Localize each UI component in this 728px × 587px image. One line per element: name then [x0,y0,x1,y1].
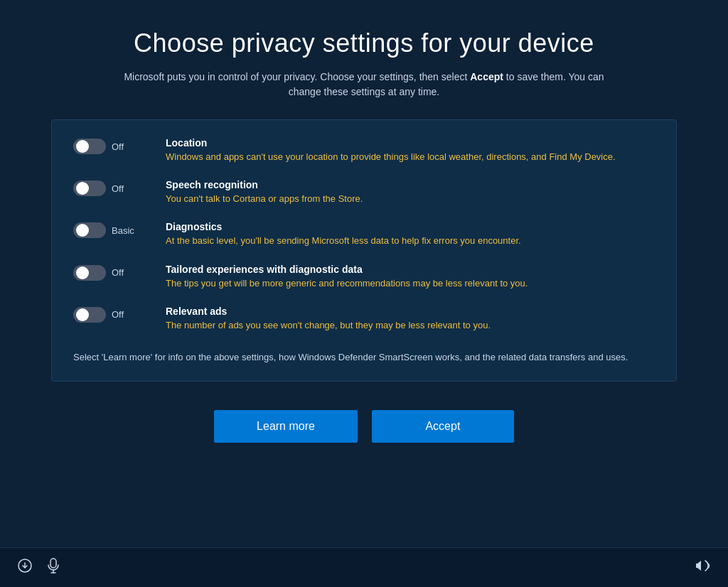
taskbar-left [17,558,60,577]
download-icon[interactable] [17,558,33,577]
toggle-container-tailored: Off [73,265,159,281]
toggle-label-ads: Off [112,309,124,320]
toggle-ads[interactable] [73,307,106,323]
accept-button[interactable]: Accept [372,410,514,443]
setting-row-location: Off Location Windows and apps can't use … [73,137,655,163]
svg-point-9 [76,308,89,321]
svg-point-5 [76,224,89,237]
setting-desc-diagnostics: At the basic level, you'll be sending Mi… [166,235,655,247]
svg-point-1 [76,140,89,153]
settings-panel: Off Location Windows and apps can't use … [51,119,677,382]
toggle-container-location: Off [73,139,159,154]
svg-point-3 [76,182,89,195]
toggle-tailored[interactable] [73,265,106,281]
page-subtitle: Microsoft puts you in control of your pr… [122,70,606,99]
setting-title-location: Location [166,137,655,149]
toggle-container-ads: Off [73,307,159,323]
setting-row-diagnostics: Basic Diagnostics At the basic level, yo… [73,221,655,247]
toggle-label-tailored: Off [112,267,124,278]
learn-more-button[interactable]: Learn more [214,410,358,443]
setting-content-location: Location Windows and apps can't use your… [159,137,655,163]
setting-content-diagnostics: Diagnostics At the basic level, you'll b… [159,221,655,247]
svg-point-7 [76,266,89,279]
setting-title-speech: Speech recognition [166,179,655,190]
microphone-icon[interactable] [47,558,60,577]
setting-title-ads: Relevant ads [166,306,655,317]
page-title: Choose privacy settings for your device [134,28,594,58]
button-row: Learn more Accept [214,410,514,443]
toggle-label-location: Off [112,141,124,152]
svg-rect-11 [50,559,56,568]
setting-desc-tailored: The tips you get will be more generic an… [166,277,655,290]
setting-row-speech: Off Speech recognition You can't talk to… [73,179,655,205]
toggle-label-speech: Off [112,183,124,194]
setting-content-ads: Relevant ads The number of ads you see w… [159,306,655,332]
setting-row-tailored: Off Tailored experiences with diagnostic… [73,264,655,290]
main-container: Choose privacy settings for your device … [0,0,728,587]
toggle-container-diagnostics: Basic [73,222,159,238]
toggle-speech[interactable] [73,181,106,196]
setting-desc-ads: The number of ads you see won't change, … [166,319,655,332]
info-text: Select 'Learn more' for info on the abov… [73,348,655,365]
setting-desc-speech: You can't talk to Cortana or apps from t… [166,193,655,205]
volume-icon[interactable] [695,559,711,576]
toggle-container-speech: Off [73,181,159,196]
setting-title-diagnostics: Diagnostics [166,221,655,232]
setting-desc-location: Windows and apps can't use your location… [166,151,655,163]
setting-content-tailored: Tailored experiences with diagnostic dat… [159,264,655,290]
setting-row-ads: Off Relevant ads The number of ads you s… [73,306,655,332]
setting-title-tailored: Tailored experiences with diagnostic dat… [166,264,655,275]
toggle-diagnostics[interactable] [73,222,106,238]
subtitle-text-start: Microsoft puts you in control of your pr… [124,71,470,82]
subtitle-bold: Accept [470,71,503,82]
toggle-label-diagnostics: Basic [112,225,134,236]
setting-content-speech: Speech recognition You can't talk to Cor… [159,179,655,205]
taskbar-right [695,559,711,576]
toggle-location[interactable] [73,139,106,154]
taskbar [0,547,728,587]
